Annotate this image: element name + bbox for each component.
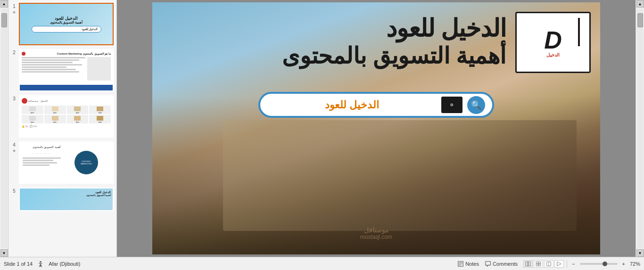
main-scrollbar[interactable]: ▲ ▼ bbox=[636, 0, 644, 257]
zoom-in-btn[interactable]: + bbox=[620, 260, 627, 268]
s4-circle: CONTENTMARKETING bbox=[74, 151, 98, 174]
s3-cell-6: منتج bbox=[44, 115, 66, 123]
s1-search-bar: الدخيل للعود bbox=[32, 26, 101, 33]
slide-number-5: 5 ★ bbox=[11, 188, 17, 199]
svg-rect-4 bbox=[526, 262, 528, 266]
s3-stat-1: 👍 32 bbox=[22, 125, 28, 128]
slide-number-3: 3 bbox=[11, 96, 17, 101]
s2-blue-bar bbox=[20, 85, 113, 90]
slide-image-2[interactable]: ما هو التسويق بالمحتوى Content Marketing bbox=[19, 49, 114, 91]
slide-thumb-5[interactable]: 5 ★ الدخيل للعود أهمية التسويق بالمحتوى bbox=[10, 187, 115, 212]
accessibility-btn[interactable] bbox=[35, 260, 46, 268]
s1-subtitle-ar: أهمية التسويق بالمحتوى bbox=[50, 21, 83, 25]
status-separator bbox=[567, 260, 567, 268]
slide-count-label: Slide 1 of 14 bbox=[4, 261, 33, 267]
status-left: Slide 1 of 14 Afar (Djibouti) bbox=[4, 260, 452, 268]
slide-logo: D الدخيل bbox=[515, 12, 591, 73]
notes-comments-bar: Notes Comments bbox=[455, 260, 520, 268]
view-reading-icon bbox=[546, 262, 552, 266]
logo-ar-text: الدخيل bbox=[546, 52, 560, 57]
view-icons bbox=[523, 260, 564, 268]
slide-image-3[interactable]: الدخيل · منذ ساعة منتج منتج منتج منتج من… bbox=[19, 95, 114, 138]
star-icon-1: ★ bbox=[12, 10, 16, 15]
panel-scrollbar[interactable]: ▲ ▼ bbox=[0, 0, 8, 257]
slide-image-1[interactable]: الدخيل للعود أهمية التسويق بالمحتوى الدخ… bbox=[19, 3, 114, 45]
notes-label: Notes bbox=[465, 261, 479, 267]
zoom-level-label: 72% bbox=[630, 261, 640, 267]
slide-title-line2: أهمية التسويق بالمحتوى bbox=[166, 42, 506, 69]
star-icon-4: ★ bbox=[12, 148, 16, 153]
slide-panel: 1 ★ الدخيل للعود أهمية التسويق بالمحتوى … bbox=[8, 0, 117, 257]
svg-marker-12 bbox=[557, 262, 561, 266]
s5-text: الدخيل للعود bbox=[22, 190, 111, 194]
scroll-up-btn[interactable]: ▲ bbox=[0, 0, 8, 8]
view-normal-btn[interactable] bbox=[523, 260, 533, 268]
s3-stats: 👍 32 💬 141 bbox=[22, 125, 111, 128]
accessibility-icon bbox=[37, 261, 44, 267]
s3-cell-7: منتج bbox=[67, 115, 89, 123]
s3-cell-1: منتج bbox=[22, 106, 43, 114]
slide-number-4: 4 ★ bbox=[11, 142, 17, 153]
svg-rect-9 bbox=[539, 264, 541, 266]
comments-icon bbox=[485, 261, 491, 267]
slide-thumb-1[interactable]: 1 ★ الدخيل للعود أهمية التسويق بالمحتوى … bbox=[10, 2, 115, 46]
language-label: Afar (Djibouti) bbox=[49, 261, 80, 267]
s1-title-ar: الدخيل للعود bbox=[55, 16, 78, 21]
slide-thumb-3[interactable]: 3 الدخيل · منذ ساعة منتج منتج منتج منتج … bbox=[10, 94, 115, 139]
svg-rect-5 bbox=[528, 262, 530, 266]
svg-rect-6 bbox=[536, 262, 538, 263]
slide-watermark: موستاقل mostaql.com bbox=[360, 226, 392, 240]
s3-stat-2: 💬 141 bbox=[30, 125, 37, 128]
notes-button[interactable]: Notes bbox=[455, 260, 481, 268]
slide-thumb-4[interactable]: 4 ★ أهمية التسويق بالمحتوى · · · · · bbox=[10, 140, 115, 185]
slide-number-1: 1 ★ bbox=[11, 4, 17, 15]
view-grid-btn[interactable] bbox=[534, 260, 543, 268]
zoom-out-btn[interactable]: − bbox=[570, 260, 577, 268]
s2-image-box bbox=[87, 57, 111, 81]
slide-search-text: الدخيل للعود bbox=[267, 99, 437, 111]
zoom-slider[interactable] bbox=[580, 263, 618, 265]
logo-bar bbox=[578, 18, 580, 46]
svg-rect-7 bbox=[539, 262, 541, 263]
slide-image-5[interactable]: الدخيل للعود أهمية التسويق بالمحتوى bbox=[19, 188, 114, 211]
svg-rect-8 bbox=[536, 264, 538, 266]
view-reading-btn[interactable] bbox=[544, 260, 553, 268]
slide-search-bar: 🔍 D الدخيل للعود bbox=[258, 92, 494, 118]
zoom-plus-label: + bbox=[622, 261, 625, 267]
s3-cell-2: منتج bbox=[44, 106, 66, 114]
s3-header: الدخيل · منذ ساعة bbox=[22, 98, 111, 104]
s5-subtext: أهمية التسويق بالمحتوى bbox=[22, 194, 111, 196]
slide-thumb-2[interactable]: 2 ما هو التسويق بالمحتوى Content Marketi… bbox=[10, 48, 115, 92]
s2-text-col bbox=[22, 57, 85, 81]
s4-right-col: أهمية التسويق بالمحتوى · · · · · bbox=[22, 144, 62, 181]
comments-label: Comments bbox=[493, 261, 518, 267]
comments-button[interactable]: Comments bbox=[483, 260, 520, 268]
slide-search-icon: 🔍 bbox=[467, 96, 485, 114]
status-right: − + 72% bbox=[523, 260, 640, 268]
main-area: ▲ ▼ 1 ★ الدخيل للعود أهمية التسويق بالمح… bbox=[0, 0, 644, 257]
s3-cell-3: منتج bbox=[67, 106, 89, 114]
s3-cell-5: منتج bbox=[22, 115, 43, 123]
main-slide: D الدخيل الدخيل للعود أهمية التسويق بالم… bbox=[152, 2, 600, 254]
s2-logo-dot bbox=[22, 52, 25, 56]
slide-number-2: 2 bbox=[11, 50, 17, 55]
slide-image-4[interactable]: أهمية التسويق بالمحتوى · · · · · bbox=[19, 141, 114, 184]
slide-laptop-image bbox=[223, 120, 577, 231]
s3-cell-4: منتج bbox=[89, 106, 111, 114]
s4-dots: · · · · · bbox=[23, 151, 61, 155]
scroll-thumb[interactable] bbox=[1, 13, 7, 27]
scroll-down-btn[interactable]: ▼ bbox=[0, 249, 8, 257]
view-presenter-btn[interactable] bbox=[554, 260, 564, 268]
main-scroll-thumb[interactable] bbox=[637, 13, 643, 27]
main-slide-area: D الدخيل الدخيل للعود أهمية التسويق بالم… bbox=[117, 0, 636, 257]
main-scroll-down-btn[interactable]: ▼ bbox=[636, 249, 644, 257]
s4-title: أهمية التسويق بالمحتوى bbox=[23, 145, 61, 148]
status-bar: Slide 1 of 14 Afar (Djibouti) Notes Comm… bbox=[0, 257, 644, 270]
zoom-thumb bbox=[603, 262, 607, 266]
view-presenter-icon bbox=[556, 262, 562, 266]
main-scroll-up-btn[interactable]: ▲ bbox=[636, 0, 644, 8]
s2-title: ما هو التسويق بالمحتوى Content Marketing bbox=[22, 52, 111, 55]
s3-avatar bbox=[22, 98, 27, 104]
s3-cell-8: منتج bbox=[89, 115, 111, 123]
slide-title-line1: الدخيل للعود bbox=[176, 14, 506, 42]
